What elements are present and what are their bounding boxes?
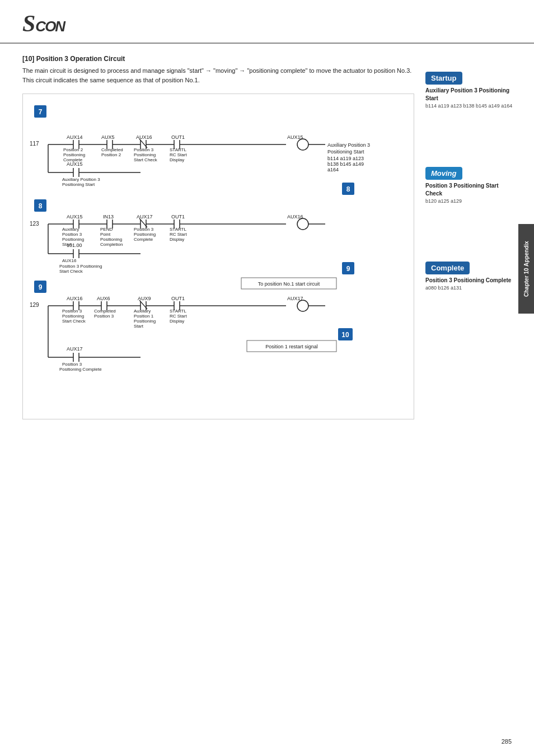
svg-text:STARTL: STARTL <box>170 309 186 314</box>
svg-text:Position 3 Positioning: Position 3 Positioning <box>59 264 102 269</box>
complete-badge: Complete <box>425 262 470 274</box>
moving-sub: b120 a125 a129 <box>425 198 515 205</box>
svg-text:AUX15: AUX15 <box>67 161 83 167</box>
svg-text:Position 3: Position 3 <box>62 309 82 314</box>
svg-text:Display: Display <box>170 319 184 324</box>
circuit-diagram: 7 117 AUX14 Position 2 Positioning Compl… <box>22 94 414 419</box>
left-panel: [10] Position 3 Operation Circuit The ma… <box>22 55 414 419</box>
logo: SCON <box>22 10 64 37</box>
svg-text:To position No.1 start circuit: To position No.1 start circuit <box>258 281 320 287</box>
moving-badge: Moving <box>425 167 462 180</box>
header: SCON <box>0 0 534 44</box>
svg-text:Positioning: Positioning <box>134 232 156 237</box>
svg-text:Completed: Completed <box>94 309 116 314</box>
svg-text:Auxiliary: Auxiliary <box>134 309 151 314</box>
svg-text:Positioning: Positioning <box>134 319 156 324</box>
svg-text:AUX17: AUX17 <box>137 214 153 220</box>
svg-text:IN13: IN13 <box>103 214 114 220</box>
svg-text:Positioning Complete: Positioning Complete <box>59 367 102 372</box>
svg-text:Position 3: Position 3 <box>134 227 154 232</box>
svg-text:PEND: PEND <box>100 227 113 232</box>
svg-text:Auxiliary: Auxiliary <box>62 227 79 232</box>
svg-text:OUT1: OUT1 <box>171 296 185 301</box>
svg-text:OUT1: OUT1 <box>171 134 185 140</box>
svg-text:AUX17: AUX17 <box>67 346 83 352</box>
svg-text:Start Check: Start Check <box>59 269 83 274</box>
complete-section: Complete Position 3 Positioning Complete… <box>425 262 515 292</box>
svg-text:Point: Point <box>100 232 111 237</box>
svg-text:7: 7 <box>39 108 43 116</box>
svg-text:Display: Display <box>170 157 184 162</box>
svg-text:8: 8 <box>346 185 350 193</box>
svg-text:117: 117 <box>30 141 39 147</box>
svg-text:Positioning: Positioning <box>63 152 85 157</box>
svg-text:9: 9 <box>346 265 350 273</box>
svg-text:9: 9 <box>39 283 43 291</box>
svg-text:10: 10 <box>341 331 349 339</box>
svg-text:AUX14: AUX14 <box>67 134 83 140</box>
svg-text:Position 3: Position 3 <box>94 314 114 319</box>
svg-text:Position 1 restart signal: Position 1 restart signal <box>265 344 318 349</box>
svg-text:Positioning Start: Positioning Start <box>62 182 95 187</box>
svg-text:Positioning: Positioning <box>62 237 84 242</box>
svg-text:AUX15: AUX15 <box>67 214 83 220</box>
svg-text:AUX16: AUX16 <box>67 296 83 301</box>
svg-text:Positioning: Positioning <box>100 237 122 242</box>
svg-text:b138 b145 a149: b138 b145 a149 <box>327 161 364 167</box>
svg-text:101.00: 101.00 <box>67 242 82 248</box>
svg-text:AUX9: AUX9 <box>138 296 151 301</box>
svg-text:Position 1: Position 1 <box>134 314 154 319</box>
svg-text:Positioning Start: Positioning Start <box>327 149 364 155</box>
svg-text:Display: Display <box>170 237 184 242</box>
svg-text:Start Check: Start Check <box>62 319 86 324</box>
svg-text:Completion: Completion <box>100 242 123 247</box>
svg-text:Position 3: Position 3 <box>134 147 154 152</box>
svg-point-135 <box>297 300 308 311</box>
svg-text:Positioning: Positioning <box>134 152 156 157</box>
svg-text:Positioning: Positioning <box>62 314 84 319</box>
main-content: [10] Position 3 Operation Circuit The ma… <box>0 55 534 419</box>
svg-text:8: 8 <box>39 202 43 210</box>
svg-text:RC Start: RC Start <box>170 314 187 319</box>
svg-text:Position 2: Position 2 <box>101 152 121 157</box>
svg-text:a164: a164 <box>327 167 339 172</box>
startup-sub: b114 a119 a123 b138 b145 a149 a164 <box>425 102 515 110</box>
svg-text:AUX16: AUX16 <box>136 134 152 140</box>
svg-text:STARTL: STARTL <box>170 147 186 152</box>
complete-title: Position 3 Positioning Complete <box>425 277 515 284</box>
svg-text:Start: Start <box>134 324 144 329</box>
svg-text:Complete: Complete <box>134 237 153 242</box>
svg-text:b114 a119 a123: b114 a119 a123 <box>327 156 364 161</box>
svg-text:AUX5: AUX5 <box>101 134 115 140</box>
svg-text:Completed: Completed <box>101 147 123 152</box>
section-title: [10] Position 3 Operation Circuit <box>22 55 414 63</box>
svg-point-86 <box>297 218 308 230</box>
svg-text:123: 123 <box>30 221 39 227</box>
svg-text:129: 129 <box>30 302 39 308</box>
moving-title: Position 3 Positioning Start Check <box>425 182 515 198</box>
svg-text:OUT1: OUT1 <box>171 214 185 220</box>
page-number: 285 <box>502 738 512 745</box>
svg-text:Auxiliary Position 3: Auxiliary Position 3 <box>327 142 370 148</box>
circuit-svg: 7 117 AUX14 Position 2 Positioning Compl… <box>29 100 409 413</box>
svg-text:Auxiliary Position 3: Auxiliary Position 3 <box>62 177 100 182</box>
svg-text:Position 3: Position 3 <box>62 232 82 237</box>
svg-text:AUX16: AUX16 <box>62 258 77 263</box>
startup-section: Startup Auxiliary Position 3 Positioning… <box>425 72 515 110</box>
startup-title: Auxiliary Position 3 Positioning Start <box>425 87 515 102</box>
svg-text:RC Start: RC Start <box>170 232 187 237</box>
svg-text:STARTL: STARTL <box>170 227 186 232</box>
startup-badge: Startup <box>425 72 462 85</box>
right-sidebar: Startup Auxiliary Position 3 Positioning… <box>425 55 515 419</box>
svg-text:RC Start: RC Start <box>170 152 187 157</box>
svg-text:Position 2: Position 2 <box>63 147 83 152</box>
svg-text:Position 3: Position 3 <box>62 362 82 367</box>
section-desc: The main circuit is designed to process … <box>22 66 414 85</box>
chapter-tab: Chapter 10 Appendix <box>518 224 534 314</box>
svg-text:Start Check: Start Check <box>134 157 158 162</box>
complete-sub: a080 b126 a131 <box>425 284 515 292</box>
moving-section: Moving Position 3 Positioning Start Chec… <box>425 167 515 205</box>
svg-point-33 <box>297 139 308 150</box>
svg-text:AUX6: AUX6 <box>97 296 110 301</box>
